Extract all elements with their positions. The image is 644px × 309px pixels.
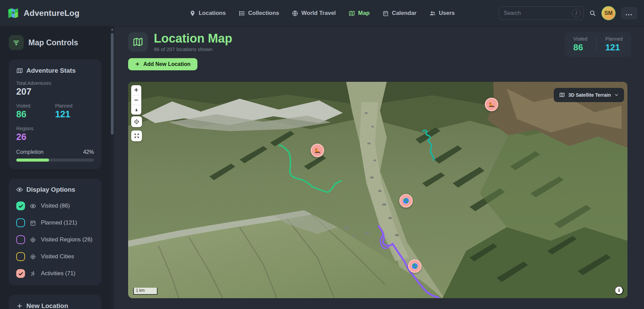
filter-icon [9, 35, 24, 50]
header-planned-label: Planned [605, 36, 623, 42]
location-marker[interactable] [408, 259, 422, 273]
regions-value: 26 [16, 132, 94, 142]
toggle-visited-cities[interactable]: Visited Cities [16, 252, 94, 261]
search-shortcut-badge: / [572, 9, 581, 18]
eye-icon [30, 203, 36, 209]
completion-label: Completion [16, 149, 44, 155]
checkbox-cities-unchecked[interactable] [16, 252, 25, 261]
checkbox-planned-unchecked[interactable] [16, 218, 25, 227]
scroll-up-arrow[interactable] [111, 28, 114, 30]
sidebar-header: Map Controls [9, 35, 101, 50]
runner-icon [30, 270, 36, 277]
zoom-out-button[interactable] [131, 95, 141, 105]
pin-icon [189, 10, 196, 17]
nav-item-map[interactable]: Map [349, 10, 369, 17]
activity-marker[interactable] [485, 98, 498, 111]
zoom-control-group [131, 85, 141, 115]
nav-item-world-travel[interactable]: World Travel [292, 10, 336, 17]
total-adventures-value: 207 [16, 87, 94, 97]
globe-icon [402, 197, 410, 205]
navbar-right: / SM ... [499, 6, 637, 20]
search-box: / [499, 6, 584, 20]
planned-value: 121 [55, 109, 94, 120]
globe-icon [292, 10, 299, 17]
header-stats-card: Visited 86 Planned 121 [565, 32, 631, 57]
adventure-stats-heading: Adventure Stats [16, 67, 94, 74]
map-icon [16, 67, 23, 74]
total-adventures-label: Total Adventures [16, 80, 94, 86]
display-options-card: Display Options Visited (86) Planned (12… [9, 179, 101, 285]
hiking-boot-icon [314, 147, 321, 154]
nav-item-users[interactable]: Users [429, 10, 455, 17]
new-location-heading: New Location [16, 302, 94, 309]
search-input[interactable] [504, 10, 569, 16]
adventurelog-logo-icon [7, 7, 20, 20]
toggle-visited[interactable]: Visited (86) [16, 201, 94, 210]
plus-icon [135, 62, 140, 67]
geolocate-button[interactable] [131, 116, 142, 127]
display-options-heading: Display Options [16, 186, 94, 193]
location-marker[interactable] [399, 194, 413, 208]
overflow-menu-button[interactable]: ... [621, 7, 637, 19]
map-canvas[interactable]: 3D Satellite Terrain 1 km i [128, 82, 627, 298]
sidebar-title: Map Controls [28, 38, 78, 47]
search-button[interactable] [589, 10, 596, 17]
target-icon [30, 237, 36, 243]
zoom-in-button[interactable] [131, 85, 141, 95]
regions-label: Regions [16, 126, 94, 131]
map-icon [128, 32, 148, 52]
calendar-icon [30, 220, 36, 226]
user-avatar[interactable]: SM [601, 6, 616, 20]
fullscreen-button[interactable] [131, 130, 142, 141]
map-style-selector[interactable]: 3D Satellite Terrain [554, 88, 624, 102]
search-icon [589, 10, 596, 17]
terrain-3d-view [128, 82, 627, 298]
attribution-info-button[interactable]: i [615, 286, 623, 295]
globe-icon [411, 262, 419, 270]
visited-label: Visited [16, 103, 55, 109]
plus-icon [134, 87, 139, 93]
header-visited-value: 86 [573, 42, 588, 53]
nav-item-collections[interactable]: Collections [239, 10, 279, 17]
visited-value: 86 [16, 109, 55, 120]
geolocate-icon [134, 119, 140, 125]
compass-icon [134, 107, 139, 113]
header-planned-value: 121 [605, 42, 623, 53]
app-title: AdventureLog [24, 8, 79, 18]
adventure-stats-card: Adventure Stats Total Adventures 207 Vis… [9, 60, 101, 169]
main-nav: Locations Collections World Travel Map C… [189, 0, 455, 26]
map-controls-sidebar: Map Controls Adventure Stats Total Adven… [0, 26, 110, 309]
calendar-icon [382, 10, 389, 17]
scrollbar-thumb[interactable] [111, 33, 114, 135]
checkbox-activities-checked[interactable] [16, 269, 25, 278]
new-location-card: New Location Click on the map to place a… [9, 295, 101, 309]
header-visited-label: Visited [573, 36, 588, 42]
map-icon [349, 10, 355, 17]
toggle-visited-regions[interactable]: Visited Regions (26) [16, 235, 94, 244]
top-navbar: AdventureLog Locations Collections World… [0, 0, 644, 26]
add-new-location-button[interactable]: Add New Location [128, 58, 197, 70]
compass-button[interactable] [131, 105, 141, 115]
list-icon [239, 10, 245, 17]
toggle-activities[interactable]: Activities (71) [16, 269, 94, 278]
completion-percent: 42% [83, 149, 94, 155]
completion-progress-bar [16, 159, 94, 162]
app-logo[interactable]: AdventureLog [7, 7, 79, 20]
sidebar-scrollbar[interactable] [110, 26, 114, 309]
activity-marker[interactable] [311, 144, 324, 157]
page-title: Location Map [154, 32, 232, 45]
completion-progress-fill [16, 159, 49, 162]
users-icon [429, 10, 436, 17]
checkbox-visited-checked[interactable] [16, 201, 25, 210]
checkbox-regions-unchecked[interactable] [16, 235, 25, 244]
app-root: AdventureLog Locations Collections World… [0, 0, 644, 309]
map-scale-bar: 1 km [133, 288, 158, 295]
nav-item-calendar[interactable]: Calendar [382, 10, 416, 17]
hiking-boot-icon [488, 101, 495, 108]
map-icon [559, 92, 565, 98]
nav-item-locations[interactable]: Locations [189, 10, 226, 17]
main-content: Location Map 86 of 207 locations shown V… [114, 26, 644, 309]
planned-label: Planned [55, 103, 94, 109]
toggle-planned[interactable]: Planned (121) [16, 218, 94, 227]
chevron-down-icon [614, 93, 619, 97]
